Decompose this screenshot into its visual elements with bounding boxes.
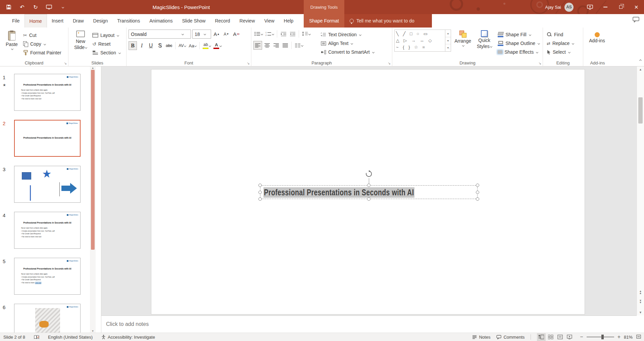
user-name[interactable]: Ajay Sai <box>545 5 561 10</box>
zoom-slider-thumb[interactable] <box>601 335 604 339</box>
notes-pane[interactable]: Click to add notes <box>101 315 637 333</box>
resize-handle-top-right[interactable] <box>476 184 479 187</box>
italic-button[interactable]: I <box>138 41 146 50</box>
accessibility-status[interactable]: Accessibility: Investigate <box>101 335 155 340</box>
tab-slideshow[interactable]: Slide Show <box>177 14 210 28</box>
thumb-scroll-down-icon[interactable]: ▼ <box>90 330 96 333</box>
slide-indicator[interactable]: Slide 2 of 8 <box>3 335 25 340</box>
convert-to-smartart-button[interactable]: Convert to SmartArt <box>319 48 376 56</box>
align-text-button[interactable]: Align Text <box>319 39 376 48</box>
underline-button[interactable]: U <box>147 41 155 50</box>
minimize-button[interactable] <box>598 0 613 14</box>
shapes-row-2[interactable]: △ ▷ → ↔ ◇ <box>396 37 444 44</box>
language-status[interactable]: English (United States) <box>48 335 93 340</box>
spell-check-status[interactable] <box>34 335 39 339</box>
slide-6-thumbnail[interactable]: MagicSlides <box>14 304 81 333</box>
undo-icon[interactable]: ↶ <box>18 3 26 11</box>
rotate-handle[interactable] <box>365 170 373 179</box>
drawing-dialog-launcher[interactable]: ↘ <box>539 61 541 65</box>
strikethrough-button[interactable]: abc <box>165 41 173 50</box>
close-button[interactable]: × <box>629 0 644 14</box>
tab-design[interactable]: Design <box>89 14 113 28</box>
tab-review[interactable]: Review <box>235 14 260 28</box>
decrease-font-size-button[interactable]: A▼ <box>222 30 231 39</box>
paragraph-dialog-launcher[interactable]: ↘ <box>388 61 391 65</box>
text-direction-button[interactable]: Text Direction <box>319 30 376 39</box>
quick-styles-button[interactable]: Quick Styles <box>475 30 494 56</box>
find-button[interactable]: Find <box>545 30 582 39</box>
tab-home[interactable]: Home <box>24 14 47 28</box>
present-online-icon[interactable] <box>582 0 598 14</box>
thumbnail-scrollbar[interactable]: ▲ ▼ <box>90 66 96 333</box>
align-right-button[interactable] <box>272 41 280 50</box>
redo-icon[interactable]: ↻ <box>32 3 40 11</box>
comments-pane-icon[interactable] <box>633 17 639 24</box>
start-slideshow-icon[interactable] <box>45 3 53 11</box>
thumb-scroll-up-icon[interactable]: ▲ <box>90 66 96 69</box>
customize-qat-chevron-icon[interactable] <box>58 3 66 11</box>
zoom-out-button[interactable]: − <box>580 334 583 340</box>
tab-record[interactable]: Record <box>210 14 235 28</box>
line-spacing-button[interactable] <box>301 30 311 38</box>
shapes-row-1[interactable]: ╲ ╱ □ ○ ▭ <box>396 31 444 37</box>
change-case-button[interactable]: Aa <box>188 41 197 50</box>
increase-indent-button[interactable] <box>288 30 297 38</box>
bullets-button[interactable] <box>253 30 264 38</box>
slide-scrollbar-thumb[interactable] <box>638 97 643 124</box>
thumbnail-scrollbar-thumb[interactable] <box>91 70 95 250</box>
resize-handle-bottom-left[interactable] <box>258 197 262 201</box>
zoom-slider[interactable] <box>587 337 614 337</box>
restore-button[interactable] <box>613 0 629 14</box>
slide-4-thumbnail[interactable]: MagicSlides Professional Presentations i… <box>14 212 81 249</box>
slide-sorter-view-button[interactable] <box>546 333 555 341</box>
slide-2-thumbnail[interactable]: MagicSlides Professional Presentations i… <box>14 120 81 157</box>
align-center-button[interactable] <box>263 41 271 50</box>
format-painter-button[interactable]: Format Painter <box>21 48 63 57</box>
resize-handle-bottom-center[interactable] <box>367 197 370 201</box>
addins-button[interactable]: Add-ins <box>585 30 609 43</box>
slide-1-thumbnail[interactable]: MagicSlides Professional Presentations i… <box>14 74 81 111</box>
collapse-ribbon-button[interactable] <box>639 57 641 63</box>
reading-view-button[interactable] <box>556 333 564 341</box>
tab-help[interactable]: Help <box>279 14 298 28</box>
section-button[interactable]: Section <box>91 48 122 57</box>
increase-font-size-button[interactable]: A▲ <box>212 30 221 39</box>
arrange-button[interactable]: Arrange <box>453 30 473 56</box>
shapes-gallery-more-icon[interactable]: ▼̱ <box>445 44 451 51</box>
new-slide-button[interactable]: New Slide <box>70 30 91 57</box>
clear-formatting-button[interactable]: A <box>232 30 240 39</box>
clipboard-dialog-launcher[interactable]: ↘ <box>64 61 67 65</box>
slide-3-thumbnail[interactable]: MagicSlides ★ <box>14 166 81 203</box>
font-dialog-launcher[interactable]: ↘ <box>247 61 250 65</box>
character-spacing-button[interactable]: AV <box>178 41 187 50</box>
resize-handle-middle-left[interactable] <box>258 191 262 194</box>
tab-shape-format[interactable]: Shape Format <box>304 14 344 28</box>
avatar[interactable]: AS <box>564 3 574 12</box>
save-icon[interactable] <box>5 3 13 11</box>
notes-toggle-button[interactable]: Notes <box>472 335 490 340</box>
selected-text-box[interactable]: Professional Presentations in Seconds wi… <box>260 185 478 199</box>
shape-outline-button[interactable]: Shape Outline <box>496 39 541 48</box>
zoom-in-button[interactable]: + <box>617 334 621 340</box>
align-left-button[interactable] <box>253 41 262 50</box>
resize-handle-middle-right[interactable] <box>476 191 479 194</box>
next-slide-button[interactable]: ▼▼ <box>637 297 644 306</box>
tab-animations[interactable]: Animations <box>145 14 177 28</box>
shapes-row-3[interactable]: ~ { } ☆ = <box>396 44 444 51</box>
cut-button[interactable]: ✂ Cut <box>21 31 63 40</box>
comments-toggle-button[interactable]: Comments <box>496 335 525 340</box>
text-highlight-color-button[interactable]: ab <box>202 41 212 50</box>
tab-insert[interactable]: Insert <box>47 14 68 28</box>
slide-5-thumbnail[interactable]: MagicSlides Professional Presentations i… <box>14 258 81 295</box>
fit-to-window-button[interactable] <box>636 334 641 340</box>
bold-button[interactable]: B <box>129 41 137 50</box>
tab-transitions[interactable]: Transitions <box>112 14 145 28</box>
paste-button[interactable]: Paste <box>2 30 21 57</box>
tab-view[interactable]: View <box>260 14 279 28</box>
tab-draw[interactable]: Draw <box>68 14 89 28</box>
select-button[interactable]: Select <box>545 48 582 56</box>
shape-effects-button[interactable]: Shape Effects <box>496 48 541 56</box>
zoom-level[interactable]: 81% <box>624 335 633 340</box>
numbering-button[interactable]: 12 <box>264 30 275 38</box>
shapes-scroll-down-icon[interactable]: ▼ <box>445 37 451 44</box>
